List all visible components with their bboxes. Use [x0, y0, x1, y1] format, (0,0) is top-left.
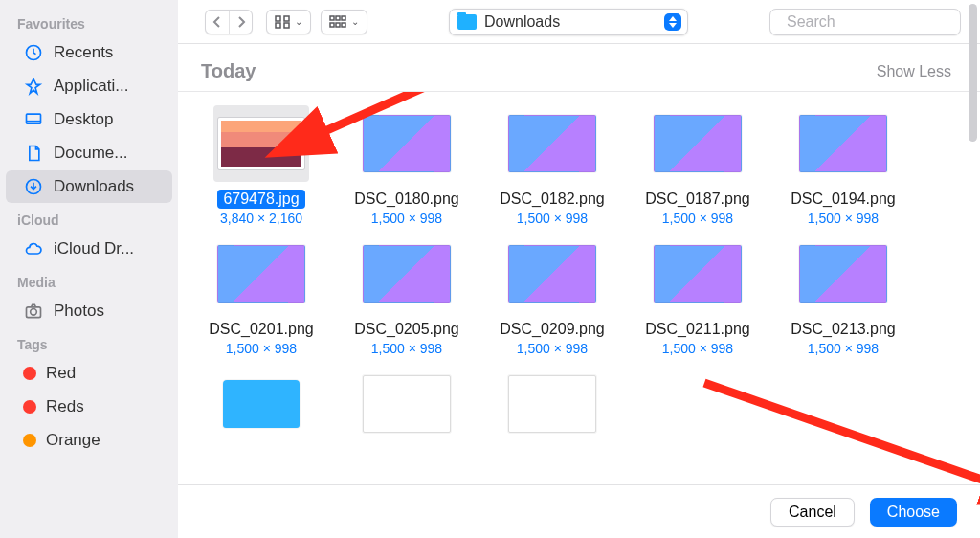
app-icon [23, 76, 44, 97]
file-name-label: 679478.jpg [217, 190, 304, 209]
sidebar-item-label: Recents [54, 43, 113, 62]
sidebar-item-documents[interactable]: Docume... [6, 137, 172, 169]
file-grid: 679478.jpg3,840 × 2,160DSC_0180.png1,500… [197, 105, 970, 452]
file-dimensions-label: 1,500 × 998 [226, 341, 297, 356]
file-area: 679478.jpg3,840 × 2,160DSC_0180.png1,500… [178, 92, 980, 484]
sidebar-item-tag-reds[interactable]: Reds [6, 391, 172, 423]
nav-back-forward [205, 10, 253, 34]
file-item[interactable]: DSC_0182.png1,500 × 998 [488, 105, 616, 226]
path-popup-button[interactable]: Downloads [449, 9, 688, 35]
sidebar-item-downloads[interactable]: Downloads [6, 170, 172, 203]
file-item[interactable]: DSC_0201.png1,500 × 998 [197, 235, 325, 356]
file-name-label: DSC_0182.png [494, 190, 610, 209]
file-dimensions-label: 1,500 × 998 [517, 211, 588, 226]
file-thumbnail[interactable] [504, 366, 600, 442]
sidebar-section-label-media: Media [0, 266, 178, 294]
file-item[interactable]: DSC_0209.png1,500 × 998 [488, 235, 616, 356]
svg-rect-10 [336, 16, 340, 20]
file-item[interactable]: DSC_0187.png1,500 × 998 [634, 105, 762, 226]
sidebar-item-label: Applicati... [54, 77, 128, 96]
group-header: Today Show Less [178, 44, 980, 92]
sidebar-item-label: Desktop [54, 110, 113, 129]
tag-red-icon [23, 400, 36, 414]
svg-rect-5 [276, 16, 280, 21]
file-item[interactable]: 679478.jpg3,840 × 2,160 [197, 105, 325, 226]
svg-rect-9 [330, 16, 334, 20]
svg-point-4 [31, 309, 37, 316]
file-thumbnail[interactable] [359, 235, 455, 312]
file-thumbnail[interactable] [213, 366, 309, 442]
file-thumbnail[interactable] [213, 235, 309, 312]
svg-rect-1 [27, 114, 41, 123]
svg-rect-6 [284, 16, 289, 21]
sidebar-item-desktop[interactable]: Desktop [6, 103, 172, 136]
file-item[interactable] [343, 366, 471, 452]
file-item[interactable]: DSC_0194.png1,500 × 998 [779, 105, 907, 226]
sidebar-item-label: Orange [46, 431, 100, 450]
group-toggle-button[interactable]: Show Less [877, 63, 951, 80]
search-field[interactable] [769, 9, 961, 35]
sidebar-item-photos[interactable]: Photos [6, 295, 172, 327]
file-item[interactable]: DSC_0180.png1,500 × 998 [343, 105, 471, 226]
file-name-label [256, 450, 267, 452]
file-thumbnail[interactable] [359, 105, 455, 182]
file-dimensions-label: 1,500 × 998 [662, 211, 733, 226]
folder-icon [457, 14, 477, 30]
cancel-button[interactable]: Cancel [770, 498, 855, 527]
path-label: Downloads [484, 13, 657, 31]
choose-button[interactable]: Choose [870, 498, 957, 527]
download-icon [23, 176, 44, 197]
camera-icon [23, 301, 44, 322]
file-item[interactable]: DSC_0211.png1,500 × 998 [634, 235, 762, 356]
file-name-label [401, 450, 412, 452]
file-item[interactable]: DSC_0213.png1,500 × 998 [779, 235, 907, 356]
sidebar-item-label: Downloads [54, 177, 134, 196]
nav-forward-button[interactable] [229, 11, 252, 34]
file-name-label: DSC_0187.png [639, 190, 755, 209]
sidebar-item-tag-red[interactable]: Red [6, 357, 172, 390]
file-item[interactable]: DSC_0205.png1,500 × 998 [343, 235, 471, 356]
file-name-label: DSC_0205.png [348, 320, 464, 339]
file-name-label: DSC_0180.png [348, 190, 464, 209]
file-thumbnail[interactable] [504, 105, 600, 182]
file-thumbnail[interactable] [795, 235, 891, 312]
file-dimensions-label: 1,500 × 998 [371, 341, 442, 356]
sidebar-item-label: iCloud Dr... [54, 239, 134, 258]
file-thumbnail[interactable] [650, 105, 746, 182]
file-thumbnail[interactable] [359, 366, 455, 442]
updown-arrows-icon [664, 13, 681, 31]
group-mode-button[interactable]: ⌄ [321, 10, 368, 34]
file-thumbnail[interactable] [213, 105, 309, 182]
view-group-controls: ⌄ ⌄ [266, 10, 368, 34]
svg-rect-13 [336, 23, 340, 27]
svg-rect-12 [330, 23, 334, 27]
file-name-label: DSC_0213.png [785, 320, 901, 339]
svg-rect-14 [342, 23, 345, 27]
view-mode-button[interactable]: ⌄ [266, 10, 311, 34]
cloud-icon [23, 238, 44, 259]
sidebar-item-label: Photos [54, 302, 104, 321]
sidebar: Favourites Recents Applicati... Desktop … [0, 0, 178, 538]
file-item[interactable] [197, 366, 325, 452]
sidebar-item-recents[interactable]: Recents [6, 36, 172, 69]
tag-orange-icon [23, 434, 36, 447]
tag-red-icon [23, 367, 36, 380]
group-title: Today [201, 60, 256, 82]
svg-rect-7 [276, 23, 280, 28]
sidebar-item-tag-orange[interactable]: Orange [6, 424, 172, 457]
toolbar: ⌄ ⌄ Downloads [178, 0, 980, 44]
sidebar-item-applications[interactable]: Applicati... [6, 70, 172, 102]
file-item[interactable] [488, 366, 616, 452]
nav-back-button[interactable] [206, 11, 229, 34]
main-panel: ⌄ ⌄ Downloads Today Show [178, 0, 980, 538]
file-thumbnail[interactable] [504, 235, 600, 312]
file-dimensions-label: 1,500 × 998 [371, 211, 442, 226]
file-name-label: DSC_0211.png [639, 320, 755, 339]
sidebar-item-icloud-drive[interactable]: iCloud Dr... [6, 233, 172, 265]
file-thumbnail[interactable] [795, 105, 891, 182]
file-name-label: DSC_0194.png [785, 190, 901, 209]
file-thumbnail[interactable] [650, 235, 746, 312]
search-input[interactable] [787, 13, 978, 31]
chevron-down-icon: ⌄ [351, 16, 359, 27]
sidebar-section-label-tags: Tags [0, 328, 178, 356]
